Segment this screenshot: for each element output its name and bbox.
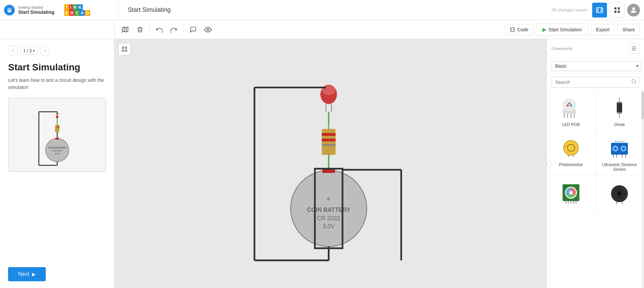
component-photoresistor[interactable]: Photoresistor [547, 131, 596, 175]
svg-rect-51 [322, 129, 335, 155]
page-next-button[interactable]: › [40, 46, 50, 55]
svg-rect-23 [55, 138, 59, 139]
svg-text:3.0V: 3.0V [55, 152, 60, 155]
search-button[interactable] [631, 79, 637, 86]
canvas-area: + COIN BATTERY CR 2032 3.0V [114, 39, 546, 288]
undo-button[interactable] [152, 23, 166, 36]
step-title: Start Simulating [8, 62, 106, 73]
svg-text:3.0V: 3.0V [323, 223, 335, 230]
film-button[interactable] [592, 3, 607, 18]
component-led-rgb-label: LED RGB [562, 122, 580, 127]
page-prev-button[interactable]: ‹ [8, 46, 17, 55]
svg-rect-70 [632, 47, 636, 47]
share-label: Share [622, 27, 635, 32]
svg-text:+: + [326, 195, 331, 203]
svg-point-97 [622, 147, 625, 150]
toolbar-right: Code ▶ Start Simulation Export Share [505, 23, 640, 36]
components-grid: LED RGB Diode [547, 91, 644, 211]
svg-rect-72 [632, 50, 636, 50]
step-description: Let's learn how to test a circuit design… [8, 77, 106, 91]
svg-rect-2 [597, 7, 603, 12]
next-button-row: Next ▶ [8, 267, 106, 281]
svg-point-95 [614, 147, 617, 150]
svg-text:CR 2032: CR 2032 [52, 149, 62, 152]
component-led-rgb[interactable]: LED RGB [547, 91, 596, 131]
right-panel: Components Basic ▼ [546, 39, 644, 288]
svg-rect-11 [614, 10, 616, 12]
svg-marker-30 [56, 114, 59, 118]
svg-rect-10 [618, 7, 620, 9]
svg-rect-38 [125, 47, 127, 49]
getting-started-label: Getting Started [18, 5, 54, 9]
svg-point-13 [632, 7, 635, 10]
user-avatar[interactable] [627, 4, 640, 17]
component-rgb-module[interactable] [547, 175, 596, 211]
svg-text:CR 2032: CR 2032 [317, 215, 340, 222]
svg-point-114 [617, 192, 621, 196]
page-dropdown-icon: ▾ [33, 49, 35, 53]
svg-point-73 [632, 79, 636, 83]
delete-button[interactable] [133, 23, 147, 36]
start-simulation-button[interactable]: ▶ Start Simulation [536, 23, 588, 36]
scrollbar[interactable] [641, 91, 644, 288]
svg-rect-71 [632, 48, 636, 49]
export-button[interactable]: Export [591, 24, 614, 35]
search-row [547, 74, 644, 91]
svg-point-17 [207, 29, 209, 31]
components-select[interactable]: Basic [551, 61, 642, 71]
svg-point-90 [564, 140, 578, 155]
svg-text:COIN BATTERY: COIN BATTERY [307, 206, 350, 213]
component-diode-label: Diode [614, 122, 625, 127]
next-button[interactable]: Next ▶ [8, 267, 46, 281]
svg-rect-39 [122, 50, 124, 52]
svg-text:PING))) 3V: PING))) 3V [614, 140, 624, 142]
toolbar-container: Code ▶ Start Simulation Export Share [0, 20, 644, 39]
list-view-button[interactable] [629, 43, 639, 54]
comment-button[interactable] [186, 23, 200, 36]
components-list-container: LED RGB Diode [547, 91, 644, 288]
main-layout: ‹ 1 / 3 ▾ › Start Simulating Let's learn… [0, 39, 644, 288]
svg-rect-9 [614, 7, 616, 9]
fit-to-screen-button[interactable] [118, 43, 131, 55]
component-ultrasonic[interactable]: PING))) 3V Ultrasonic Distance Sensor [596, 131, 644, 175]
toolbar-left-spacer [0, 20, 114, 39]
visibility-button[interactable] [201, 23, 215, 36]
components-label: Components [551, 46, 572, 51]
svg-text:COIN BATTERY: COIN BATTERY [48, 146, 66, 149]
next-arrow-icon: ▶ [32, 271, 36, 277]
code-button[interactable]: Code [505, 24, 533, 35]
svg-point-83 [568, 102, 570, 104]
components-select-row: Basic ▼ [547, 58, 644, 74]
chevron-right-icon: › [547, 161, 547, 166]
search-input[interactable] [551, 77, 639, 88]
export-label: Export [596, 27, 609, 32]
svg-marker-14 [122, 27, 128, 32]
app-logo-icon [4, 5, 15, 15]
component-buzzer[interactable] [596, 175, 644, 211]
svg-rect-41 [180, 39, 481, 288]
component-ultrasonic-label: Ultrasonic Distance Sensor [598, 162, 641, 172]
svg-rect-87 [617, 102, 622, 114]
svg-rect-54 [322, 144, 335, 146]
svg-rect-37 [122, 47, 124, 49]
code-label: Code [517, 27, 528, 32]
pagination-row: ‹ 1 / 3 ▾ › [8, 46, 106, 55]
snapshot-button[interactable] [118, 23, 132, 36]
svg-rect-12 [618, 10, 620, 12]
redo-button[interactable] [167, 23, 181, 36]
svg-rect-49 [323, 170, 334, 172]
component-photoresistor-label: Photoresistor [559, 162, 583, 167]
play-icon: ▶ [542, 26, 546, 33]
share-button[interactable]: Share [617, 24, 640, 35]
page-label[interactable]: 1 / 3 ▾ [20, 46, 38, 55]
left-panel: ‹ 1 / 3 ▾ › Start Simulating Let's learn… [0, 39, 114, 288]
header-right: All changes saved [551, 3, 640, 18]
circuit-preview-thumbnail: COIN BATTERY CR 2032 3.0V [8, 98, 106, 172]
svg-rect-52 [322, 133, 335, 136]
svg-point-82 [567, 104, 569, 106]
svg-point-84 [570, 104, 572, 106]
component-diode[interactable]: Diode [596, 91, 644, 131]
scroll-thumb [642, 92, 644, 119]
svg-point-1 [8, 10, 11, 12]
grid-view-button[interactable] [610, 3, 624, 18]
